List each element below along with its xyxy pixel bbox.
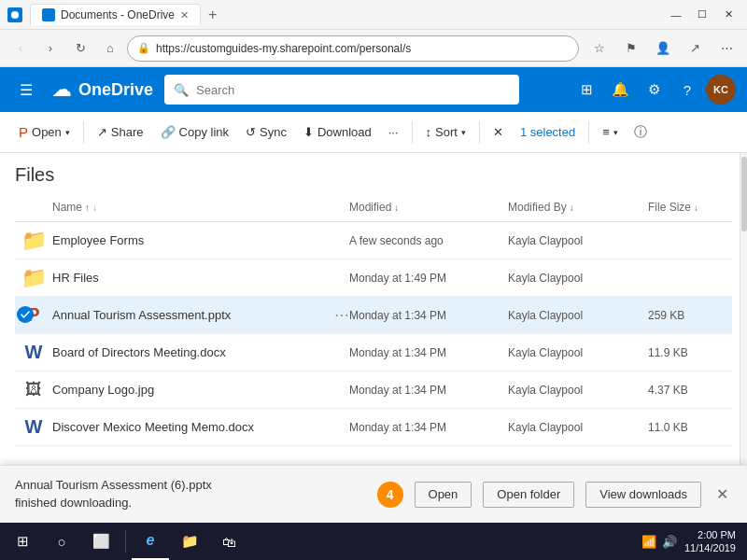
start-icon: ⊞ bbox=[17, 533, 29, 550]
window-controls: — ☐ ✕ bbox=[665, 4, 740, 26]
refresh-button[interactable]: ↻ bbox=[67, 35, 93, 62]
modified-by-cell: Kayla Claypool bbox=[508, 309, 648, 322]
avatar[interactable]: KC bbox=[706, 75, 736, 105]
modified-by-column-header[interactable]: Modified By ↓ bbox=[508, 197, 648, 217]
file-name-cell: Annual Tourism Assessment.pptx ⋯ bbox=[52, 306, 349, 324]
size-cell: 4.37 KB bbox=[648, 384, 732, 397]
taskbar-separator bbox=[125, 530, 126, 553]
hamburger-menu[interactable]: ☰ bbox=[11, 75, 41, 105]
tab-close-button[interactable]: ✕ bbox=[180, 9, 189, 21]
modified-column-header[interactable]: Modified ↓ bbox=[349, 197, 508, 217]
browser-tab-active[interactable]: Documents - OneDrive ✕ bbox=[30, 4, 201, 25]
file-name[interactable]: Annual Tourism Assessment.pptx bbox=[52, 308, 231, 322]
file-explorer-taskbar-button[interactable]: 📁 bbox=[171, 523, 208, 560]
step-badge: 4 bbox=[377, 482, 403, 508]
more-icon: ··· bbox=[388, 125, 399, 139]
close-download-button[interactable]: ✕ bbox=[712, 482, 732, 507]
layout-button[interactable]: ≡ ▾ bbox=[595, 121, 626, 143]
name-sort-arrow: ↑ bbox=[85, 203, 90, 213]
close-button[interactable]: ✕ bbox=[717, 4, 740, 26]
docx-icon: W bbox=[25, 416, 43, 438]
download-status: finished downloading. bbox=[15, 496, 132, 510]
back-button[interactable]: ‹ bbox=[7, 35, 34, 62]
sync-button[interactable]: ↺ Sync bbox=[238, 121, 294, 143]
new-tab-button[interactable]: + bbox=[208, 7, 217, 23]
file-name[interactable]: Board of Directors Meeting.docx bbox=[52, 345, 226, 359]
file-name[interactable]: Company Logo.jpg bbox=[52, 383, 154, 397]
file-name-cell: Company Logo.jpg bbox=[52, 383, 349, 397]
close-selection-button[interactable]: ✕ bbox=[486, 121, 511, 143]
svg-point-0 bbox=[11, 11, 19, 19]
copy-link-button[interactable]: 🔗 Copy link bbox=[153, 121, 236, 143]
sort-icon: ↕ bbox=[426, 125, 432, 139]
search-input[interactable] bbox=[196, 83, 510, 97]
view-downloads-button[interactable]: View downloads bbox=[585, 482, 701, 508]
taskbar-network-icon[interactable]: 📶 bbox=[641, 535, 656, 549]
open-button[interactable]: P Open ▾ bbox=[11, 120, 78, 144]
link-icon: 🔗 bbox=[161, 125, 176, 139]
notifications-button[interactable]: 🔔 bbox=[605, 75, 635, 105]
maximize-button[interactable]: ☐ bbox=[691, 4, 713, 26]
home-button[interactable]: ⌂ bbox=[97, 35, 123, 62]
open-folder-button[interactable]: Open folder bbox=[483, 482, 574, 508]
settings-button[interactable]: ⚙ bbox=[639, 75, 669, 105]
onedrive-logo: ☁ OneDrive bbox=[52, 78, 153, 101]
apps-button[interactable]: ⊞ bbox=[571, 75, 601, 105]
file-icon-cell: W bbox=[15, 416, 52, 438]
file-size-column-header[interactable]: File Size ↓ bbox=[648, 197, 732, 217]
info-button[interactable]: ⓘ bbox=[627, 119, 654, 146]
onedrive-header: ☰ ☁ OneDrive 🔍 ⊞ 🔔 ⚙ ? KC bbox=[0, 67, 747, 112]
start-button[interactable]: ⊞ bbox=[4, 523, 41, 560]
file-icon-cell: 📁 bbox=[15, 266, 52, 290]
help-button[interactable]: ? bbox=[672, 75, 702, 105]
edge-taskbar-button[interactable]: e bbox=[132, 523, 169, 560]
browser-toolbar: ‹ › ↻ ⌂ 🔒 https://customguides-my.sharep… bbox=[0, 30, 747, 67]
share-browser-icon[interactable]: ↗ bbox=[682, 35, 708, 62]
download-label: Download bbox=[317, 125, 372, 139]
avatar-initials: KC bbox=[713, 84, 728, 95]
modified-cell: Monday at 1:34 PM bbox=[349, 421, 508, 434]
scrollbar-track[interactable] bbox=[740, 153, 747, 465]
favorites-icon[interactable]: ☆ bbox=[586, 35, 613, 62]
row-actions-button[interactable]: ⋯ bbox=[334, 306, 349, 324]
layout-icon: ≡ bbox=[602, 125, 610, 139]
size-cell: 259 KB bbox=[648, 309, 732, 322]
task-view-button[interactable]: ⬜ bbox=[82, 523, 120, 560]
scrollbar-thumb[interactable] bbox=[741, 157, 747, 231]
browser-profile-icon[interactable]: 👤 bbox=[650, 35, 676, 62]
open-chevron-icon: ▾ bbox=[65, 128, 70, 137]
search-taskbar-button[interactable]: ○ bbox=[43, 523, 80, 560]
open-download-button[interactable]: Open bbox=[415, 482, 472, 508]
file-name[interactable]: HR Files bbox=[52, 271, 99, 285]
file-name[interactable]: Employee Forms bbox=[52, 233, 144, 247]
download-button[interactable]: ⬇ Download bbox=[296, 121, 379, 143]
name-column-header[interactable]: Name ↑ ↓ bbox=[52, 197, 349, 217]
file-name[interactable]: Discover Mexico Meeting Memo.docx bbox=[52, 420, 254, 434]
modified-by-cell: Kayla Claypool bbox=[508, 384, 648, 397]
taskbar-volume-icon[interactable]: 🔊 bbox=[662, 535, 677, 549]
search-box[interactable]: 🔍 bbox=[164, 75, 519, 105]
share-button[interactable]: ↗ Share bbox=[90, 121, 151, 143]
copy-link-label: Copy link bbox=[179, 125, 229, 139]
address-bar[interactable]: 🔒 https://customguides-my.sharepoint.com… bbox=[127, 35, 579, 62]
forward-button[interactable]: › bbox=[37, 35, 63, 62]
store-taskbar-button[interactable]: 🛍 bbox=[210, 523, 247, 560]
hamburger-icon: ☰ bbox=[20, 81, 33, 99]
windows-taskbar: ⊞ ○ ⬜ e 📁 🛍 📶 🔊 2:00 PM 11/14/2019 bbox=[0, 523, 747, 560]
sync-icon: ↺ bbox=[246, 125, 256, 139]
table-row: 📁 HR Files Monday at 1:49 PM Kayla Clayp… bbox=[15, 259, 732, 297]
layout-chevron-icon: ▾ bbox=[613, 128, 618, 137]
download-filename: Annual Tourism Assessment (6).pptx bbox=[15, 478, 212, 492]
sort-button[interactable]: ↕ Sort ▾ bbox=[418, 121, 473, 143]
modified-cell: Monday at 1:49 PM bbox=[349, 272, 508, 285]
more-ribbon-button[interactable]: ··· bbox=[381, 121, 406, 143]
collections-icon[interactable]: ⚑ bbox=[618, 35, 644, 62]
store-icon: 🛍 bbox=[222, 534, 236, 550]
selected-checkbox[interactable] bbox=[17, 306, 34, 323]
ribbon-sep-1 bbox=[83, 121, 84, 144]
name-sort-down: ↓ bbox=[92, 203, 97, 213]
more-options-icon[interactable]: ⋯ bbox=[713, 35, 740, 62]
ribbon-sep-3 bbox=[479, 121, 480, 144]
open-label: Open bbox=[32, 125, 62, 139]
minimize-button[interactable]: — bbox=[665, 4, 687, 26]
